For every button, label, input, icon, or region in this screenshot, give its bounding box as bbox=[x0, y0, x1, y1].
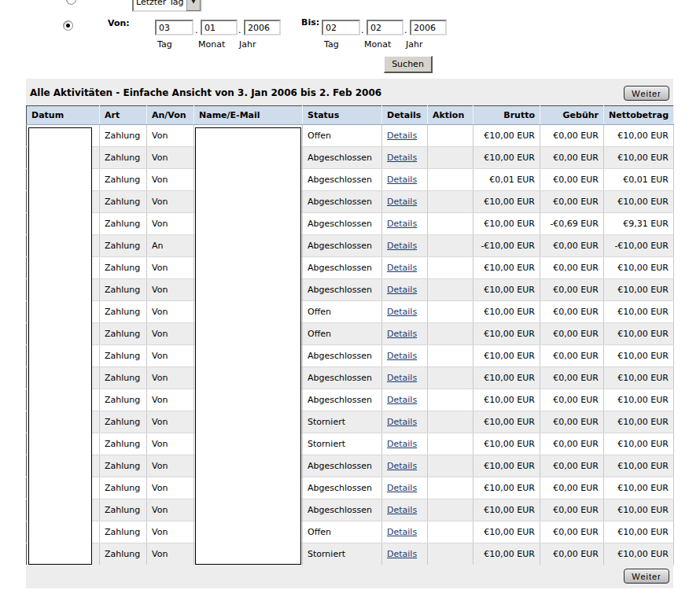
bis-monat-input[interactable] bbox=[367, 20, 403, 35]
table-row: ZahlungVonOffenDetails€10,00 EUR€0,00 EU… bbox=[27, 125, 674, 147]
weiter-button-bottom[interactable]: Weiter bbox=[624, 569, 669, 584]
cell-gebuehr: €0,00 EUR bbox=[540, 235, 604, 257]
bis-tag-input[interactable] bbox=[322, 20, 360, 35]
chevron-down-icon[interactable]: ▼ bbox=[186, 0, 201, 11]
table-row: ZahlungVonAbgeschlossenDetails€10,00 EUR… bbox=[27, 191, 674, 213]
cell-aktion bbox=[428, 125, 473, 147]
cell-netto: €10,00 EUR bbox=[604, 499, 674, 521]
date-separator: . bbox=[195, 25, 198, 35]
cell-art: Zahlung bbox=[100, 433, 147, 455]
column-header-art: Art bbox=[100, 106, 147, 125]
datum-redaction-box bbox=[28, 127, 92, 565]
von-jahr-input[interactable] bbox=[244, 20, 281, 35]
details-link[interactable]: Details bbox=[387, 505, 417, 515]
details-link[interactable]: Details bbox=[387, 351, 417, 361]
cell-gebuehr: €0,00 EUR bbox=[540, 345, 604, 367]
cell-details: Details bbox=[382, 147, 428, 169]
details-link[interactable]: Details bbox=[387, 263, 417, 273]
cell-art: Zahlung bbox=[100, 257, 147, 279]
details-link[interactable]: Details bbox=[387, 373, 417, 383]
cell-aktion bbox=[428, 411, 473, 433]
details-link[interactable]: Details bbox=[387, 219, 417, 229]
cell-brutto: €10,00 EUR bbox=[473, 345, 540, 367]
cell-aktion bbox=[428, 147, 473, 169]
cell-art: Zahlung bbox=[100, 147, 147, 169]
details-link[interactable]: Details bbox=[387, 307, 417, 317]
details-link[interactable]: Details bbox=[387, 197, 417, 207]
von-tag-input[interactable] bbox=[155, 20, 193, 35]
date-range-radio[interactable] bbox=[63, 20, 73, 31]
cell-status: Abgeschlossen bbox=[303, 169, 382, 191]
cell-an_von: Von bbox=[147, 411, 194, 433]
details-link[interactable]: Details bbox=[387, 241, 417, 251]
cell-status: Abgeschlossen bbox=[303, 147, 382, 169]
cell-netto: €10,00 EUR bbox=[604, 323, 674, 345]
details-link[interactable]: Details bbox=[387, 329, 417, 339]
details-link[interactable]: Details bbox=[387, 153, 417, 163]
cell-an_von: Von bbox=[147, 455, 194, 477]
cell-status: Abgeschlossen bbox=[303, 279, 382, 301]
cell-brutto: €10,00 EUR bbox=[473, 477, 540, 499]
cell-gebuehr: €0,00 EUR bbox=[540, 279, 604, 301]
details-link[interactable]: Details bbox=[387, 461, 417, 471]
table-row: ZahlungVonOffenDetails€10,00 EUR€0,00 EU… bbox=[27, 521, 674, 543]
cell-gebuehr: -€0,69 EUR bbox=[540, 213, 604, 235]
period-dropdown-value: Letzter Tag bbox=[134, 0, 186, 7]
cell-netto: €10,00 EUR bbox=[604, 433, 674, 455]
cell-an_von: Von bbox=[147, 279, 194, 301]
date-separator: . bbox=[404, 25, 407, 35]
details-link[interactable]: Details bbox=[387, 285, 417, 295]
cell-details: Details bbox=[382, 543, 428, 565]
cell-an_von: Von bbox=[147, 433, 194, 455]
table-row: ZahlungVonStorniertDetails€10,00 EUR€0,0… bbox=[27, 433, 674, 455]
cell-brutto: €10,00 EUR bbox=[473, 257, 540, 279]
cell-an_von: Von bbox=[147, 323, 194, 345]
suchen-button[interactable]: Suchen bbox=[384, 56, 433, 73]
cell-aktion bbox=[428, 477, 473, 499]
cell-art: Zahlung bbox=[100, 323, 147, 345]
table-row: ZahlungVonAbgeschlossenDetails€10,00 EUR… bbox=[27, 499, 674, 521]
period-radio[interactable] bbox=[66, 0, 76, 5]
column-header-status: Status bbox=[303, 106, 382, 125]
cell-details: Details bbox=[382, 477, 428, 499]
cell-status: Abgeschlossen bbox=[303, 235, 382, 257]
table-row: ZahlungVonAbgeschlossenDetails€0,01 EUR€… bbox=[27, 169, 674, 191]
details-link[interactable]: Details bbox=[387, 483, 417, 493]
cell-brutto: €10,00 EUR bbox=[473, 367, 540, 389]
activities-table: DatumArtAn/VonName/E-MailStatusDetailsAk… bbox=[26, 105, 674, 565]
details-link[interactable]: Details bbox=[387, 131, 417, 141]
cell-aktion bbox=[428, 389, 473, 411]
column-header-aktion: Aktion bbox=[428, 106, 473, 125]
cell-status: Abgeschlossen bbox=[303, 455, 382, 477]
activities-table-wrap: DatumArtAn/VonName/E-MailStatusDetailsAk… bbox=[26, 105, 673, 565]
table-row: ZahlungVonOffenDetails€10,00 EUR€0,00 EU… bbox=[27, 323, 674, 345]
cell-status: Storniert bbox=[303, 411, 382, 433]
cell-aktion bbox=[428, 191, 473, 213]
column-header-details: Details bbox=[382, 106, 428, 125]
details-link[interactable]: Details bbox=[387, 417, 417, 427]
details-link[interactable]: Details bbox=[387, 439, 417, 449]
cell-brutto: €10,00 EUR bbox=[473, 455, 540, 477]
details-link[interactable]: Details bbox=[387, 395, 417, 405]
date-separator: . bbox=[361, 25, 364, 35]
details-link[interactable]: Details bbox=[387, 175, 417, 185]
details-link[interactable]: Details bbox=[387, 549, 417, 559]
cell-details: Details bbox=[382, 433, 428, 455]
cell-art: Zahlung bbox=[100, 389, 147, 411]
period-dropdown[interactable]: Letzter Tag ▼ bbox=[132, 0, 202, 12]
bis-tag-label: Tag bbox=[324, 39, 339, 50]
von-monat-input[interactable] bbox=[201, 20, 238, 35]
cell-an_von: Von bbox=[147, 191, 194, 213]
cell-netto: €10,00 EUR bbox=[604, 455, 674, 477]
column-header-an_von: An/Von bbox=[147, 106, 194, 125]
cell-art: Zahlung bbox=[100, 455, 147, 477]
bis-jahr-input[interactable] bbox=[410, 20, 447, 35]
cell-an_von: Von bbox=[147, 147, 194, 169]
cell-gebuehr: €0,00 EUR bbox=[540, 521, 604, 543]
cell-netto: €10,00 EUR bbox=[604, 521, 674, 543]
von-tag-label: Tag bbox=[157, 39, 172, 50]
weiter-button-top[interactable]: Weiter bbox=[624, 86, 669, 101]
von-label: Von: bbox=[108, 18, 130, 28]
cell-aktion bbox=[428, 257, 473, 279]
details-link[interactable]: Details bbox=[387, 527, 417, 537]
